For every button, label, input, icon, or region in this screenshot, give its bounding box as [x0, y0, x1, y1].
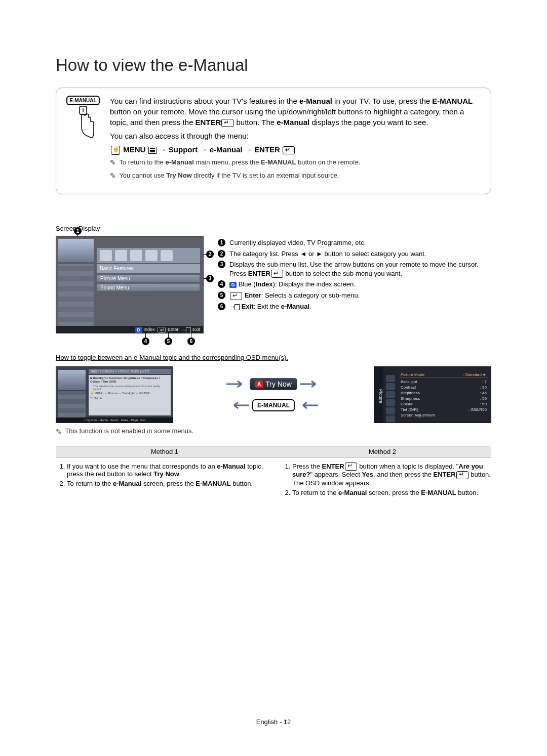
submenu-item: Picture Menu: [97, 274, 200, 282]
legend-num: 5: [218, 291, 225, 299]
text: Exit: Exit the e-Manual.: [229, 302, 491, 311]
callout-1: 1: [74, 227, 82, 235]
text: To return to the: [119, 158, 165, 166]
category-label: Basic Features: [97, 264, 200, 273]
text: in your TV. To use, press the: [332, 97, 432, 105]
text: Displays the sub-menu list. Use the arro…: [229, 260, 491, 278]
enter-icon: [230, 292, 242, 300]
note-icon: ✎: [110, 171, 116, 181]
text: Index: [143, 327, 154, 332]
text: You can find instructions about your TV'…: [110, 97, 299, 105]
page-footer: English - 12: [0, 718, 547, 726]
blue-key-icon: D: [229, 282, 237, 288]
method2-steps: Press the ENTER button when a topic is d…: [281, 461, 491, 497]
emanual-pill: E-MANUAL: [252, 399, 295, 411]
note-icon: ✎: [110, 158, 116, 168]
enter-icon: [456, 471, 468, 479]
method2-header: Method 2: [274, 446, 491, 457]
text: button on the remote.: [296, 158, 360, 166]
video-thumbnail: [58, 239, 94, 262]
text: e-Manual: [210, 145, 243, 154]
note-icon: ✎: [56, 428, 62, 436]
exit-icon: [181, 326, 191, 333]
toggle-heading: How to toggle between an e-Manual topic …: [56, 354, 491, 361]
callout-2: 2: [206, 250, 214, 258]
emanual-button-label: E-MANUAL: [66, 96, 99, 105]
legend-num: 3: [218, 261, 225, 268]
text: displays the page you want to see.: [309, 118, 428, 127]
note-1: ✎ To return to the e-Manual main menu, p…: [110, 158, 482, 168]
remote-icon: E-MANUAL: [65, 96, 101, 184]
text: button. The: [234, 118, 277, 127]
text: Exit: [192, 327, 200, 332]
try-now-arrow: A Try Now: [226, 378, 321, 390]
text: Support: [169, 145, 198, 154]
toggle-diagram: Basic Features > Picture Menu (3/17) ■ B…: [56, 366, 491, 423]
methods-body: If you want to use the menu that corresp…: [56, 461, 491, 497]
enter-icon: [221, 119, 233, 127]
osd-row: Screen Adjustment: [400, 412, 488, 418]
enter-icon: [158, 327, 166, 333]
enter-icon: [283, 146, 295, 154]
osd-row: Picture Mode: Standard ►: [400, 372, 488, 378]
osd-row: Colour: 50: [400, 401, 488, 407]
text: Enter: [168, 327, 179, 332]
text: e-Manual: [165, 158, 193, 166]
osd-screen: Picture Picture Mode: Standard ►Backligh…: [374, 366, 491, 423]
emanual-arrow: E-MANUAL: [229, 399, 318, 411]
emanual-topic-screen: Basic Features > Picture Menu (3/17) ■ B…: [56, 366, 173, 423]
text: main menu, press the: [194, 158, 261, 166]
red-a-icon: A: [255, 381, 263, 388]
callout-3: 3: [206, 275, 214, 282]
arrow-left-icon: [229, 400, 249, 410]
note-2: ✎ You cannot use Try Now directly if the…: [110, 171, 482, 181]
callout-5: 5: [165, 338, 172, 345]
text: Basic Features > Picture Menu (3/17): [89, 369, 171, 374]
intro-box: E-MANUAL You can find instructions about…: [56, 88, 491, 194]
category-strip: [97, 248, 200, 263]
page-title: How to view the e-Manual: [56, 56, 491, 75]
text: ENTER: [254, 145, 280, 154]
text: directly if the TV is set to an external…: [192, 172, 339, 179]
text: Currently displayed video, TV Programme,…: [229, 238, 491, 247]
arrow-left-icon: [298, 400, 318, 410]
methods-header: Method 1 Method 2: [56, 446, 491, 457]
thumbnail-strip: [58, 264, 94, 327]
text: ENTER: [195, 118, 221, 127]
menu-path: MENU → Support → e-Manual → ENTER: [110, 144, 482, 155]
submenu-item: Sound Menu: [97, 283, 200, 291]
list-item: To return to the e-Manual screen, press …: [67, 479, 266, 488]
legend-num: 2: [218, 250, 225, 258]
osd-icons: [384, 374, 397, 423]
text: D Blue (Index): Displays the index scree…: [229, 280, 491, 289]
text: The category list. Press ◄ or ► button t…: [229, 249, 491, 259]
blue-key-icon: D: [135, 327, 142, 333]
screen-display-label: Screen Display: [56, 225, 491, 232]
text: You can also access it through the menu:: [110, 131, 482, 141]
list-item: Press the ENTER button when a topic is d…: [292, 461, 491, 488]
menu-icon: [148, 147, 157, 154]
enter-icon: [345, 463, 357, 471]
osd-row: Brightness: 45: [400, 390, 488, 396]
arrow-right-icon: [226, 379, 247, 389]
text: e-Manual: [299, 97, 332, 105]
method1-header: Method 1: [56, 446, 274, 457]
enter-icon: [271, 270, 283, 278]
screen-footer: D Index Enter Exit: [56, 326, 203, 333]
callout-4: 4: [142, 338, 149, 345]
legend-num: 1: [218, 239, 225, 246]
osd-list: Picture Mode: Standard ►Backlight: 7Cont…: [400, 372, 488, 418]
osd-row: Tint (G/R): G50/R50: [400, 407, 488, 412]
text: Enter: Selects a category or sub-menu.: [229, 291, 491, 300]
list-item: To return to the e-Manual screen, press …: [292, 488, 491, 497]
list-item: If you want to use the menu that corresp…: [67, 461, 266, 479]
osd-row: Contrast: 95: [400, 385, 488, 390]
text: ■ Backlight / Contrast / Brightness / Sh…: [89, 375, 171, 415]
hand-press-icon: [70, 106, 96, 142]
legend-num: 6: [218, 303, 225, 310]
text: E-MANUAL: [261, 158, 296, 166]
text: e-Manual: [277, 118, 309, 127]
legend-num: 4: [218, 280, 225, 288]
screen-mock: 1 2 3 Basic Features Picture Menu Sound …: [56, 236, 203, 333]
text: You cannot use: [119, 172, 166, 179]
